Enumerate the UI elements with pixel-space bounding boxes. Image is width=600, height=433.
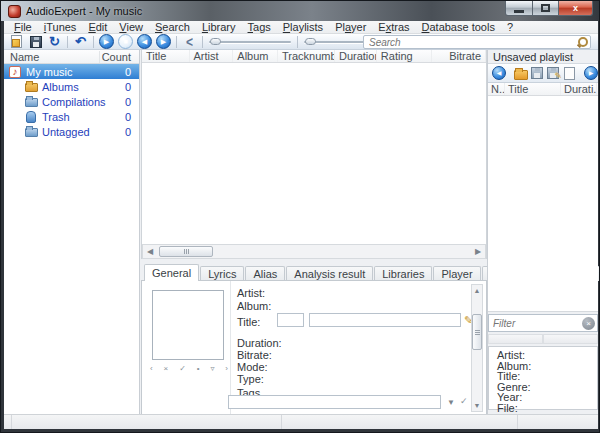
playlist-column-durati[interactable]: Durati... bbox=[561, 83, 597, 95]
form-vscrollbar[interactable]: ▲ ▼ bbox=[471, 284, 483, 412]
playlist-back-button[interactable]: ◀ bbox=[491, 66, 507, 81]
title-input[interactable] bbox=[310, 315, 460, 327]
playlist-save-as-button[interactable]: ✎ bbox=[545, 66, 561, 81]
art-nav-button[interactable]: ▿ bbox=[210, 364, 214, 373]
tree-column-count[interactable]: Count bbox=[99, 51, 139, 63]
search-input[interactable] bbox=[367, 36, 577, 49]
track-column-artist[interactable]: Artist bbox=[190, 50, 234, 62]
playlist-play-button[interactable]: ▶ bbox=[583, 66, 598, 81]
track-column-album[interactable]: Album bbox=[233, 50, 278, 62]
stop-button[interactable]: ■ bbox=[117, 34, 134, 49]
playlist-column-title[interactable]: Title bbox=[505, 83, 561, 95]
tree-item-trash[interactable]: Trash0 bbox=[4, 109, 139, 124]
track-column-rating[interactable]: Rating bbox=[377, 50, 432, 62]
artist-label: Artist: bbox=[237, 287, 265, 299]
menu-edit[interactable]: Edit bbox=[82, 21, 113, 33]
tab-alias[interactable]: Alias bbox=[245, 266, 285, 281]
tab-lyrics[interactable]: Lyrics bbox=[200, 266, 244, 281]
art-nav-button[interactable]: ✓ bbox=[179, 364, 186, 373]
undo-button[interactable]: ↶ bbox=[72, 34, 89, 49]
minimize-button[interactable] bbox=[505, 1, 533, 16]
hscrollbar-thumb[interactable] bbox=[159, 246, 213, 257]
menu-library[interactable]: Library bbox=[196, 21, 242, 33]
scroll-right-icon[interactable]: ▶ bbox=[471, 247, 485, 256]
menu-tags[interactable]: Tags bbox=[242, 21, 277, 33]
status-bar bbox=[4, 414, 598, 429]
menu-player[interactable]: Player bbox=[329, 21, 372, 33]
close-button[interactable]: x bbox=[559, 1, 593, 16]
scroll-left-icon[interactable]: ◀ bbox=[143, 247, 157, 256]
track-list-body[interactable] bbox=[142, 63, 486, 259]
menu-extras[interactable]: Extras bbox=[372, 21, 415, 33]
tree-item-compilations[interactable]: Compilations0 bbox=[4, 94, 139, 109]
track-column-bitrate[interactable]: Bitrate bbox=[432, 50, 486, 62]
tree-item-label: Untagged bbox=[38, 126, 111, 138]
tab-player[interactable]: Player bbox=[433, 266, 480, 281]
filter-box[interactable]: × bbox=[488, 314, 598, 332]
menu-database-tools[interactable]: Database tools bbox=[416, 21, 501, 33]
tab-libraries[interactable]: Libraries bbox=[374, 266, 432, 281]
title-field[interactable] bbox=[309, 313, 461, 327]
menu-search[interactable]: Search bbox=[149, 21, 196, 33]
track-column-tracknumb[interactable]: Tracknumb... bbox=[278, 50, 335, 62]
new-document-icon bbox=[564, 67, 575, 80]
maximize-button[interactable] bbox=[533, 1, 559, 16]
filter-input[interactable] bbox=[491, 317, 582, 330]
track-column-duration[interactable]: Duration bbox=[335, 50, 377, 62]
track-info-panel: Artist:Album:Title:Genre:Year:File: bbox=[488, 346, 598, 410]
track-list-hscrollbar[interactable]: ◀ ▶ bbox=[142, 244, 486, 259]
tab-general[interactable]: General bbox=[144, 264, 199, 281]
playlist-save-button[interactable] bbox=[529, 66, 545, 81]
tags-field[interactable] bbox=[228, 395, 441, 409]
app-icon bbox=[8, 5, 21, 18]
scroll-down-icon[interactable]: ▼ bbox=[474, 400, 481, 411]
tree-item-count: 0 bbox=[111, 111, 139, 123]
art-nav-button[interactable]: ‹ bbox=[150, 364, 153, 373]
position-slider[interactable] bbox=[209, 37, 291, 47]
tags-dropdown-icon[interactable]: ▼ bbox=[447, 398, 455, 407]
menu-file[interactable]: File bbox=[8, 21, 38, 33]
scroll-up-icon[interactable]: ▲ bbox=[474, 285, 481, 296]
menu-view[interactable]: View bbox=[113, 21, 149, 33]
import-button[interactable] bbox=[8, 34, 25, 49]
tab-analysis-result[interactable]: Analysis result bbox=[286, 266, 373, 281]
tree-column-name[interactable]: Name bbox=[4, 51, 99, 63]
track-column-title[interactable]: Title bbox=[142, 50, 190, 62]
playlist-column-n[interactable]: N... bbox=[488, 83, 505, 95]
tree-column-header[interactable]: Name Count bbox=[4, 50, 139, 64]
track-number-field[interactable] bbox=[277, 313, 304, 327]
audioexpert-window: AudioExpert - My music x FileiTunesEditV… bbox=[0, 0, 600, 433]
playlist-new-button[interactable] bbox=[561, 66, 577, 81]
collapse-button[interactable]: < bbox=[181, 34, 198, 49]
album-art-box[interactable] bbox=[152, 290, 224, 360]
menu-itunes[interactable]: iTunes bbox=[38, 21, 83, 33]
art-nav-button[interactable]: › bbox=[225, 364, 228, 373]
next-button[interactable]: ▶ bbox=[155, 34, 172, 49]
title-bar[interactable]: AudioExpert - My music x bbox=[1, 1, 599, 21]
art-nav-button[interactable]: × bbox=[164, 364, 169, 373]
save-button[interactable] bbox=[27, 34, 44, 49]
menu-playlists[interactable]: Playlists bbox=[277, 21, 329, 33]
play-button[interactable]: ▶ bbox=[98, 34, 115, 49]
info-label-title: Title: bbox=[497, 371, 597, 382]
tree-item-my-music[interactable]: ♪My music0 bbox=[4, 64, 139, 79]
tree-item-albums[interactable]: Albums0 bbox=[4, 79, 139, 94]
vscrollbar-thumb[interactable] bbox=[472, 314, 482, 350]
search-box[interactable] bbox=[363, 35, 591, 49]
album-art-nav: ‹×✓•▿› bbox=[150, 364, 228, 373]
volume-slider-thumb[interactable] bbox=[305, 38, 316, 45]
playlist-open-button[interactable] bbox=[513, 66, 529, 81]
track-number-input[interactable] bbox=[278, 315, 303, 327]
art-nav-button[interactable]: • bbox=[197, 364, 200, 373]
previous-button[interactable]: ◀ bbox=[136, 34, 153, 49]
search-icon[interactable] bbox=[577, 37, 587, 47]
clear-filter-icon[interactable]: × bbox=[582, 317, 595, 330]
tree-item-untagged[interactable]: Untagged0 bbox=[4, 124, 139, 139]
status-segment bbox=[518, 415, 598, 429]
position-slider-thumb[interactable] bbox=[210, 38, 221, 45]
refresh-button[interactable]: ↻ bbox=[46, 34, 63, 49]
tags-input[interactable] bbox=[229, 397, 440, 409]
playlist-body[interactable] bbox=[488, 96, 598, 312]
tags-apply-icon[interactable]: ✓ bbox=[460, 396, 468, 406]
menu-?[interactable]: ? bbox=[501, 21, 519, 33]
